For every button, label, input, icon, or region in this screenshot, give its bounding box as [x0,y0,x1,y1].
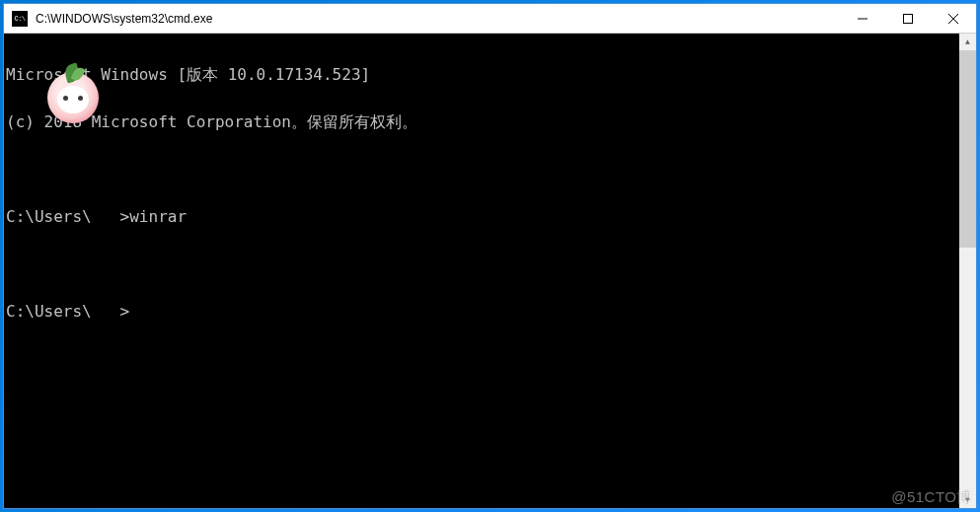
window-controls [840,4,976,33]
scrollbar-up-arrow-icon[interactable]: ▲ [959,34,976,50]
avatar-face-icon [57,86,89,113]
watermark-text: @51CTO博 [891,488,972,507]
avatar-eye-icon [78,96,83,101]
cmd-window: C:\ C:\WINDOWS\system32\cmd.exe Microsof… [3,3,977,509]
terminal-output[interactable]: Microsoft Windows [版本 10.0.17134.523] (c… [4,34,959,508]
maximize-icon [903,14,913,24]
maximize-button[interactable] [885,4,931,33]
minimize-icon [858,14,867,24]
terminal-line: C:\Users\ >winrar [6,209,959,225]
close-icon [948,14,958,24]
terminal-container: Microsoft Windows [版本 10.0.17134.523] (c… [4,34,976,508]
avatar-overlay-icon [47,72,99,123]
close-button[interactable] [931,4,976,33]
terminal-line: Microsoft Windows [版本 10.0.17134.523] [6,67,959,83]
titlebar[interactable]: C:\ C:\WINDOWS\system32\cmd.exe [4,4,976,34]
terminal-prompt: C:\Users\ > [6,304,959,320]
vertical-scrollbar[interactable]: ▲ ▼ [959,34,976,508]
svg-rect-1 [904,14,913,23]
terminal-line [6,256,959,272]
minimize-button[interactable] [840,4,885,33]
avatar-hand-icon [69,104,79,111]
cmd-icon: C:\ [12,11,28,27]
terminal-line [6,162,959,178]
terminal-line: (c) 2018 Microsoft Corporation。保留所有权利。 [6,114,959,130]
window-title: C:\WINDOWS\system32\cmd.exe [36,12,840,26]
scrollbar-thumb[interactable] [959,50,976,248]
avatar-eye-icon [63,96,68,101]
